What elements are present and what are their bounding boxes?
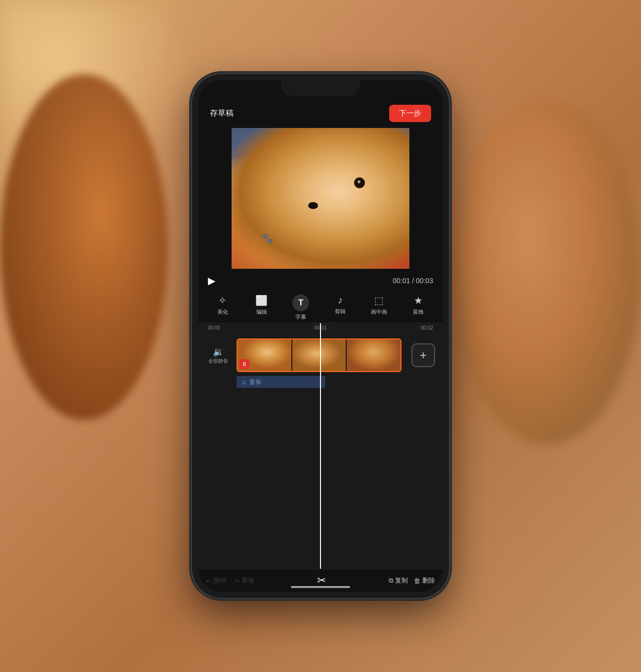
ruler-tick-0: 00:00 (208, 325, 220, 331)
beautify-label: 美化 (217, 308, 228, 316)
subtitle-icon: T (292, 294, 309, 311)
paw-marks-detail: 🐾 (261, 232, 274, 244)
bottom-toolbar: ↩ 撤销 ↪ 重做 ✂ ⧉ 复制 🗑 删除 (198, 569, 443, 592)
toolbar-item-edit[interactable]: ⬜ 编辑 (248, 294, 275, 321)
copy-icon: ⧉ (389, 577, 393, 585)
controls-area: ▶ 00:01 / 00:03 (198, 269, 443, 291)
copy-button[interactable]: ⧉ 复制 (389, 576, 408, 585)
undo-icon: ↩ (206, 577, 211, 585)
edit-toolbar: ✧ 美化 ⬜ 编辑 T 字幕 ♪ 剪辑 ⬚ 画中画 (198, 291, 443, 323)
phone-screen: 存草稿 下一步 🐾 ▶ 00:01 / 00:03 ✧ 美 (198, 80, 443, 592)
clips-strip[interactable]: B (237, 338, 401, 372)
mute-label: 全部静音 (208, 358, 228, 364)
bg-dog-right (453, 99, 641, 445)
scissors-button[interactable]: ✂ (317, 574, 326, 587)
beautify-icon: ✧ (218, 294, 227, 306)
toolbar-item-beautify[interactable]: ✧ 美化 (209, 294, 236, 321)
undo-button[interactable]: ↩ 撤销 (206, 576, 226, 585)
edit-label: 编辑 (256, 308, 267, 316)
cut-label: 剪辑 (335, 308, 346, 315)
timeline-ruler: 00:00 · 00:01 · 00:02 (198, 323, 443, 333)
toolbar-item-cut[interactable]: ♪ 剪辑 (326, 294, 354, 321)
music-bar[interactable]: ♫ 音乐 (237, 376, 325, 388)
play-button[interactable]: ▶ (208, 275, 215, 287)
video-thumbnail: 🐾 (232, 128, 409, 269)
phone-frame: 存草稿 下一步 🐾 ▶ 00:01 / 00:03 ✧ 美 (192, 74, 449, 598)
bg-dog-left (0, 74, 168, 420)
clip-thumb-2[interactable] (292, 339, 346, 371)
subtitle-label: 字幕 (295, 313, 306, 321)
pip-icon: ⬚ (374, 294, 384, 306)
delete-label: 删除 (422, 576, 435, 585)
delete-button[interactable]: 🗑 删除 (414, 576, 435, 585)
music-label: 音乐 (249, 378, 261, 386)
mute-control[interactable]: 🔉 全部静音 (206, 346, 231, 364)
bottom-right-buttons: ⧉ 复制 🗑 删除 (389, 576, 435, 585)
next-step-button[interactable]: 下一步 (389, 105, 431, 122)
toolbar-item-subtitle[interactable]: T 字幕 (287, 294, 315, 321)
dog-nose-detail (308, 202, 318, 209)
time-display: 00:01 / 00:03 (393, 277, 433, 285)
clip-thumb-3[interactable] (347, 339, 401, 371)
timeline-area[interactable]: 🔉 全部静音 B + ♫ (198, 333, 443, 569)
mute-button[interactable]: 🔉 (206, 346, 231, 357)
dog-eye-detail (354, 177, 365, 188)
clip-thumb-1[interactable]: B (238, 339, 291, 371)
playhead (320, 333, 321, 569)
add-clip-button[interactable]: + (411, 343, 435, 367)
pip-label: 画中画 (371, 308, 387, 316)
bottom-left-buttons: ↩ 撤销 ↪ 重做 (206, 576, 254, 585)
ruler-tick-2: 00:02 (421, 325, 433, 331)
edit-icon: ⬜ (255, 294, 268, 306)
redo-label: 重做 (241, 576, 254, 585)
decorate-icon: ★ (414, 294, 423, 306)
video-preview: 🐾 (232, 128, 409, 269)
decorate-label: 装饰 (413, 308, 424, 316)
undo-label: 撤销 (213, 576, 226, 585)
music-note-icon: ♫ (241, 378, 246, 386)
copy-label: 复制 (395, 576, 408, 585)
notch (281, 80, 360, 96)
redo-button[interactable]: ↪ 重做 (234, 576, 254, 585)
save-draft-button[interactable]: 存草稿 (210, 108, 234, 119)
cut-icon: ♪ (338, 294, 343, 306)
redo-icon: ↪ (234, 577, 240, 585)
home-indicator (291, 586, 350, 588)
delete-icon: 🗑 (414, 577, 420, 585)
toolbar-item-pip[interactable]: ⬚ 画中画 (365, 294, 393, 321)
clip-icon-1: B (240, 359, 249, 369)
toolbar-item-decorate[interactable]: ★ 装饰 (405, 294, 432, 321)
screen-content: 存草稿 下一步 🐾 ▶ 00:01 / 00:03 ✧ 美 (198, 80, 443, 592)
ruler-playhead (320, 323, 321, 333)
